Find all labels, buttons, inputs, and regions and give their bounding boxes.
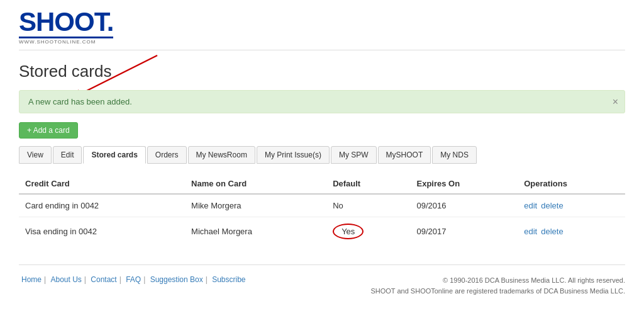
tab-view[interactable]: View (19, 146, 52, 164)
logo: SHOOT. WWW.SHOOTONLINE.COM (19, 9, 625, 45)
delete-card-link[interactable]: delete (541, 201, 563, 210)
col-name-on-card: Name on Card (185, 174, 326, 194)
tab-my-newsroom[interactable]: My NewsRoom (188, 146, 255, 164)
footer: Home| About Us| Contact| FAQ| Suggestion… (19, 264, 625, 302)
col-expires-on: Expires On (410, 174, 518, 194)
tab-myshoot[interactable]: MySHOOT (378, 146, 431, 164)
alert-message: A new card has been added. (28, 97, 132, 106)
cell-default: Yes (326, 217, 410, 246)
table-body: Card ending in 0042Mike MorgeraNo09/2016… (19, 194, 625, 246)
footer-link-suggestion-box[interactable]: Suggestion Box (150, 275, 203, 284)
tab-orders[interactable]: Orders (147, 146, 187, 164)
table-header: Credit Card Name on Card Default Expires… (19, 174, 625, 194)
footer-links: Home| About Us| Contact| FAQ| Suggestion… (19, 275, 248, 284)
alert-close-button[interactable]: × (613, 97, 618, 107)
tab-stored-cards[interactable]: Stored cards (83, 146, 145, 164)
footer-link-home[interactable]: Home (21, 275, 42, 284)
tabs-container: View Edit Stored cards Orders My NewsRoo… (19, 146, 625, 164)
cell-expires: 09/2017 (410, 217, 518, 246)
delete-card-link[interactable]: delete (541, 227, 563, 236)
footer-link-about-us[interactable]: About Us (50, 275, 81, 284)
tab-my-print-issue[interactable]: My Print Issue(s) (257, 146, 330, 164)
col-default: Default (326, 174, 410, 194)
default-yes-badge: Yes (333, 224, 364, 239)
success-alert: A new card has been added. × (19, 90, 625, 113)
cell-operations: editdelete (518, 217, 625, 246)
cell-name-on-card: Mike Morgera (185, 194, 326, 217)
footer-link-contact[interactable]: Contact (91, 275, 116, 284)
footer-copyright: © 1990-2016 DCA Business Media LLC. All … (370, 275, 625, 296)
logo-subtext: WWW.SHOOTONLINE.COM (19, 39, 625, 45)
footer-link-faq[interactable]: FAQ (126, 275, 141, 284)
add-card-button[interactable]: + Add a card (19, 122, 78, 139)
col-credit-card: Credit Card (19, 174, 185, 194)
tab-my-nds[interactable]: My NDS (432, 146, 477, 164)
header: SHOOT. WWW.SHOOTONLINE.COM (19, 0, 625, 50)
col-operations: Operations (518, 174, 625, 194)
tab-my-spw[interactable]: My SPW (331, 146, 377, 164)
table-row: Card ending in 0042Mike MorgeraNo09/2016… (19, 194, 625, 217)
cell-expires: 09/2016 (410, 194, 518, 217)
page-title: Stored cards (19, 62, 625, 81)
cell-credit-card: Visa ending in 0042 (19, 217, 185, 246)
table-row: Visa ending in 0042Michael MorgeraYes09/… (19, 217, 625, 246)
cell-name-on-card: Michael Morgera (185, 217, 326, 246)
cell-credit-card: Card ending in 0042 (19, 194, 185, 217)
tab-edit[interactable]: Edit (53, 146, 82, 164)
cell-default: No (326, 194, 410, 217)
logo-text: SHOOT. (19, 9, 113, 38)
edit-card-link[interactable]: edit (524, 227, 537, 236)
edit-card-link[interactable]: edit (524, 201, 537, 210)
footer-link-subscribe[interactable]: Subscribe (212, 275, 245, 284)
cell-operations: editdelete (518, 194, 625, 217)
cards-table: Credit Card Name on Card Default Expires… (19, 174, 625, 246)
